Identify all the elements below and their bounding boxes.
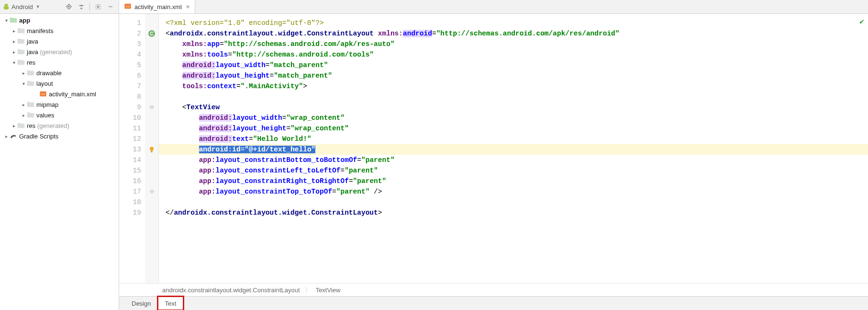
svg-rect-15 xyxy=(27,81,34,86)
gear-icon[interactable] xyxy=(93,1,103,12)
breadcrumb-item[interactable]: TextView xyxy=(316,287,341,294)
line-number: 6 xyxy=(119,70,141,81)
chevron-down-icon[interactable]: ▾ xyxy=(11,60,17,65)
line-number: 12 xyxy=(119,134,141,144)
line-number: 18 xyxy=(119,197,141,207)
line-number: 11 xyxy=(119,123,141,134)
code-area[interactable]: <?xml version="1.0" encoding="utf-8"?> <… xyxy=(159,14,868,283)
code-editor[interactable]: ✔ 12345678910111213141516171819 C ⊖ ⊖ xyxy=(119,14,868,283)
xml-file-icon: <> xyxy=(124,3,132,11)
svg-rect-21 xyxy=(27,113,34,117)
class-gutter-icon[interactable]: C xyxy=(145,28,158,39)
line-number: 13 xyxy=(119,144,141,155)
tree-label: res xyxy=(27,59,35,66)
chevron-right-icon[interactable]: ▸ xyxy=(11,28,17,34)
tree-node-res[interactable]: ▾ res xyxy=(0,57,119,68)
chevron-down-icon[interactable]: ▾ xyxy=(3,18,10,23)
chevron-right-icon[interactable]: ▸ xyxy=(11,49,17,55)
tab-label: Design xyxy=(132,300,151,307)
line-number: 1 xyxy=(119,18,141,28)
svg-rect-11 xyxy=(18,60,25,65)
line-number: 15 xyxy=(119,165,141,176)
folder-icon xyxy=(17,58,25,66)
fold-icon[interactable]: ⊖ xyxy=(145,102,158,113)
svg-text:<>: <> xyxy=(41,92,45,96)
project-panel: Android ▼ ▾ app xyxy=(0,0,119,310)
editor-tab-label: activity_main.xml xyxy=(134,3,182,11)
tree-label: java xyxy=(27,38,38,45)
svg-rect-27 xyxy=(151,151,153,152)
tree-node-values[interactable]: ▸ values xyxy=(0,110,119,120)
project-view-label[interactable]: Android xyxy=(11,3,33,11)
line-number: 19 xyxy=(119,207,141,218)
separator xyxy=(89,2,90,11)
tab-label: Text xyxy=(165,300,176,307)
folder-icon xyxy=(27,111,34,119)
editor-panel: <> activity_main.xml ✕ ✔ 123456789101112… xyxy=(119,0,868,310)
tree-node-java-generated[interactable]: ▸ java (generated) xyxy=(0,46,119,57)
folder-icon xyxy=(27,80,34,87)
target-icon[interactable] xyxy=(64,1,74,12)
tree-node-manifests[interactable]: ▸ manifests xyxy=(0,25,119,36)
minimize-icon[interactable] xyxy=(105,1,116,12)
svg-rect-5 xyxy=(18,29,25,33)
chevron-right-icon[interactable]: ▸ xyxy=(11,39,17,44)
line-number: 8 xyxy=(119,92,141,102)
close-icon[interactable]: ✕ xyxy=(185,4,190,10)
tree-node-gradle-scripts[interactable]: ▸ Gradle Scripts xyxy=(0,131,119,141)
line-number: 2 xyxy=(119,28,141,39)
folder-icon xyxy=(27,101,34,108)
folder-icon xyxy=(17,37,25,45)
svg-rect-24 xyxy=(18,123,21,125)
xml-file-icon: <> xyxy=(39,90,47,98)
editor-tab-activity-main[interactable]: <> activity_main.xml ✕ xyxy=(119,0,195,13)
svg-text:<>: <> xyxy=(126,4,130,8)
svg-rect-6 xyxy=(18,28,21,30)
svg-rect-13 xyxy=(27,71,34,75)
breadcrumb-item[interactable]: androidx.constraintlayout.widget.Constra… xyxy=(162,287,300,294)
chevron-down-icon[interactable]: ▼ xyxy=(36,4,42,9)
chevron-right-icon[interactable]: ▸ xyxy=(20,102,27,107)
tree-node-mipmap[interactable]: ▸ mipmap xyxy=(0,99,119,110)
tree-label: layout xyxy=(36,80,53,87)
chevron-right-icon: 〉 xyxy=(305,286,311,294)
bulb-icon[interactable] xyxy=(145,144,158,155)
tree-node-java[interactable]: ▸ java xyxy=(0,36,119,46)
chevron-right-icon[interactable]: ▸ xyxy=(3,134,10,139)
chevron-down-icon[interactable]: ▾ xyxy=(20,81,27,86)
tab-design[interactable]: Design xyxy=(125,297,158,310)
tree-label: mipmap xyxy=(36,101,58,108)
tree-label: drawable xyxy=(36,69,62,77)
svg-rect-4 xyxy=(10,18,13,19)
svg-rect-22 xyxy=(27,113,31,114)
chevron-right-icon[interactable]: ▸ xyxy=(11,123,17,128)
layout-editor-tabs: Design Text xyxy=(119,296,868,310)
tree-label: Gradle Scripts xyxy=(19,133,58,140)
project-tree[interactable]: ▾ app ▸ manifests ▸ java xyxy=(0,14,119,310)
gutter-icons: C ⊖ ⊖ xyxy=(145,14,159,283)
folder-icon xyxy=(17,48,25,56)
tree-node-app[interactable]: ▾ app xyxy=(0,15,119,25)
chevron-right-icon[interactable]: ▸ xyxy=(20,113,27,118)
tree-node-activity-main[interactable]: <> activity_main.xml xyxy=(0,89,119,99)
tab-text[interactable]: Text xyxy=(158,297,183,310)
svg-rect-16 xyxy=(27,81,31,82)
line-number: 16 xyxy=(119,176,141,186)
folder-icon xyxy=(17,27,25,34)
tree-label: activity_main.xml xyxy=(49,91,96,98)
collapse-icon[interactable] xyxy=(76,1,87,12)
line-number: 17 xyxy=(119,186,141,197)
tree-node-layout[interactable]: ▾ layout xyxy=(0,78,119,89)
breadcrumb[interactable]: androidx.constraintlayout.widget.Constra… xyxy=(119,283,868,296)
code-text: <?xml version="1.0" encoding="utf-8"?> xyxy=(166,19,324,27)
chevron-right-icon[interactable]: ▸ xyxy=(20,70,27,76)
svg-point-1 xyxy=(68,6,69,7)
tree-node-res-generated[interactable]: ▸ res (generated) xyxy=(0,120,119,131)
tree-node-drawable[interactable]: ▸ drawable xyxy=(0,68,119,78)
svg-rect-3 xyxy=(10,18,17,23)
tree-label: values xyxy=(36,112,55,119)
tree-label: java (generated) xyxy=(27,48,72,56)
gradle-icon xyxy=(10,132,17,140)
line-number: 7 xyxy=(119,81,141,92)
fold-icon[interactable]: ⊖ xyxy=(145,186,158,197)
